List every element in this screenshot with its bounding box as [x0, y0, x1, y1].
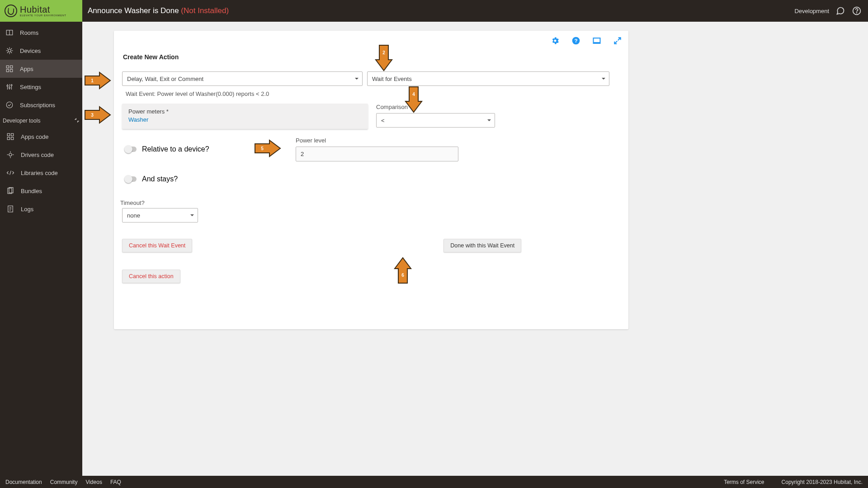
logs-icon	[6, 205, 14, 213]
top-right: Development	[794, 6, 868, 16]
svg-rect-14	[10, 66, 13, 68]
relative-to-device-toggle[interactable]	[125, 147, 137, 152]
svg-rect-16	[10, 70, 13, 72]
footer-link-videos[interactable]: Videos	[85, 479, 102, 485]
sidebar-item-bundles[interactable]: Bundles	[0, 182, 82, 200]
footer-copyright: Copyright 2018-2023 Hubitat, Inc.	[782, 479, 863, 485]
power-meters-value: Washer	[128, 116, 148, 123]
and-stays-toggle[interactable]	[125, 176, 137, 182]
expand-icon[interactable]	[613, 36, 622, 47]
sidebar-item-label: Apps code	[21, 133, 77, 140]
action-category-select[interactable]: Delay, Wait, Exit or Comment	[122, 71, 363, 86]
cancel-action-button[interactable]: Cancel this action	[122, 270, 180, 283]
sidebar-item-label: Subscriptions	[20, 102, 77, 109]
sidebar-item-devices[interactable]: Devices	[0, 42, 82, 60]
cancel-wait-button[interactable]: Cancel this Wait Event	[122, 239, 192, 252]
svg-point-21	[9, 87, 10, 89]
sidebar-item-settings[interactable]: Settings	[0, 78, 82, 96]
page-title-text: Announce Washer is Done	[88, 6, 179, 15]
settings-icon	[5, 83, 14, 91]
sidebar-item-apps-code[interactable]: Apps code	[0, 128, 82, 146]
sidebar-item-libraries-code[interactable]: Libraries code	[0, 164, 82, 182]
collapse-icon	[74, 118, 80, 124]
svg-text:3: 3	[91, 113, 94, 118]
annotation-arrow-1: 1	[84, 71, 111, 90]
install-status: (Not Installed)	[181, 6, 229, 15]
rooms-icon	[5, 28, 14, 37]
timeout-label: Timeout?	[120, 199, 620, 206]
subscriptions-icon	[5, 101, 14, 109]
apps-code-icon	[6, 133, 14, 141]
bundles-icon	[6, 187, 14, 195]
sidebar-item-drivers-code[interactable]: Drivers code	[0, 146, 82, 164]
timeout-select[interactable]: none	[122, 208, 198, 223]
sidebar-item-label: Settings	[20, 84, 77, 90]
power-meters-label: Power meters *	[128, 108, 362, 115]
help-icon[interactable]	[852, 6, 862, 16]
devices-icon	[5, 47, 14, 55]
footer-bar: Documentation Community Videos FAQ Terms…	[0, 476, 868, 488]
section-heading: Create New Action	[123, 53, 620, 61]
annotation-arrow-3: 3	[84, 105, 111, 125]
brand-logo[interactable]: Hubitat ELEVATE YOUR ENVIRONMENT	[0, 0, 82, 22]
svg-rect-25	[11, 133, 14, 136]
libraries-code-icon	[6, 169, 14, 177]
apps-icon	[5, 65, 14, 73]
content-area: ? Create New Action Delay, Wait, Exit or…	[82, 22, 868, 476]
svg-point-20	[7, 85, 8, 86]
footer-link-documentation[interactable]: Documentation	[5, 479, 42, 485]
svg-text:1: 1	[91, 78, 94, 83]
gear-icon[interactable]	[551, 36, 560, 47]
wait-event-summary: Wait Event: Power level of Washer(0.000)…	[126, 90, 620, 97]
action-card: ? Create New Action Delay, Wait, Exit or…	[114, 31, 628, 329]
svg-point-28	[9, 153, 12, 156]
svg-point-23	[6, 102, 13, 108]
drivers-code-icon	[6, 151, 14, 159]
dev-tools-header[interactable]: Developer tools	[0, 114, 82, 128]
sidebar-item-label: Bundles	[21, 188, 77, 194]
sidebar-item-logs[interactable]: Logs	[0, 200, 82, 218]
action-sub-select[interactable]: Wait for Events	[367, 71, 609, 86]
svg-marker-49	[85, 107, 110, 123]
svg-rect-13	[6, 66, 9, 68]
sidebar-item-label: Apps	[20, 66, 77, 72]
sidebar-item-label: Logs	[21, 206, 77, 213]
power-level-label: Power level	[296, 137, 458, 144]
card-toolbar: ?	[551, 36, 622, 47]
svg-rect-24	[7, 133, 9, 136]
help-circle-icon[interactable]: ?	[571, 36, 580, 47]
sidebar-item-label: Drivers code	[21, 152, 77, 158]
sidebar-item-apps[interactable]: Apps	[0, 60, 82, 78]
svg-rect-15	[6, 70, 9, 72]
sidebar-item-rooms[interactable]: Rooms	[0, 24, 82, 42]
brand-name: Hubitat	[20, 5, 66, 14]
svg-point-1	[857, 13, 857, 13]
window-icon[interactable]	[592, 36, 601, 47]
sidebar-item-subscriptions[interactable]: Subscriptions	[0, 96, 82, 114]
footer-link-community[interactable]: Community	[50, 479, 78, 485]
footer-link-tos[interactable]: Terms of Service	[724, 479, 764, 485]
comparison-select[interactable]: <	[376, 113, 495, 128]
chat-icon[interactable]	[835, 6, 845, 16]
svg-text:?: ?	[574, 38, 577, 43]
power-meters-panel[interactable]: Power meters * Washer	[122, 104, 368, 129]
top-bar: Hubitat ELEVATE YOUR ENVIRONMENT Announc…	[0, 0, 868, 22]
svg-line-12	[11, 48, 12, 49]
svg-point-22	[11, 85, 12, 86]
svg-marker-45	[85, 72, 110, 89]
sidebar: Rooms Devices Apps Settings Subscription…	[0, 22, 82, 476]
brand-tagline: ELEVATE YOUR ENVIRONMENT	[20, 14, 66, 17]
done-wait-button[interactable]: Done with this Wait Event	[443, 239, 521, 252]
brand-logo-icon	[5, 5, 17, 17]
footer-link-faq[interactable]: FAQ	[110, 479, 121, 485]
env-label: Development	[794, 8, 829, 14]
svg-point-4	[8, 49, 11, 52]
page-title: Announce Washer is Done (Not Installed)	[82, 6, 229, 15]
sidebar-item-label: Devices	[20, 47, 77, 54]
svg-line-9	[7, 48, 8, 49]
svg-line-10	[11, 52, 12, 53]
power-level-input[interactable]	[296, 147, 458, 161]
relative-to-device-label: Relative to a device?	[142, 145, 209, 153]
svg-rect-27	[11, 137, 14, 140]
sidebar-item-label: Rooms	[20, 29, 77, 36]
